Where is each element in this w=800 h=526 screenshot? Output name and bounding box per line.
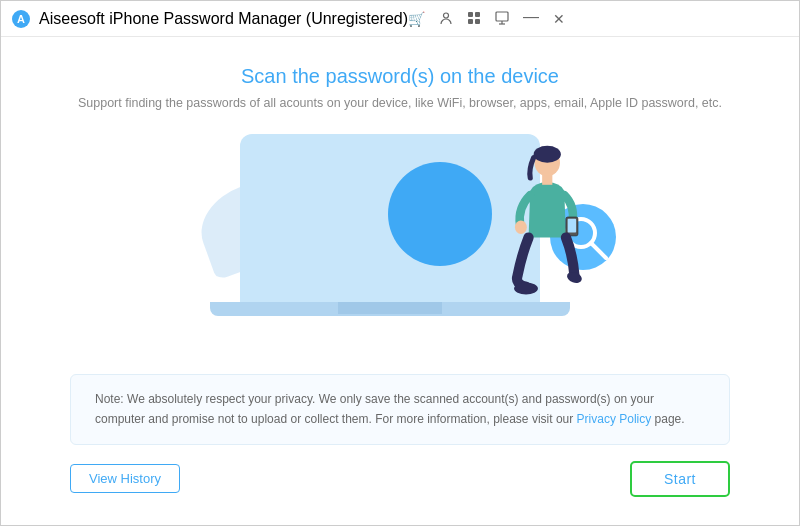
person-illustration bbox=[498, 144, 588, 314]
svg-rect-7 bbox=[496, 12, 508, 21]
svg-text:A: A bbox=[17, 13, 25, 25]
start-button[interactable]: Start bbox=[630, 461, 730, 497]
svg-point-15 bbox=[515, 221, 527, 235]
view-history-button[interactable]: View History bbox=[70, 464, 180, 493]
bottom-bar: View History Start bbox=[70, 461, 730, 507]
illustration bbox=[190, 134, 610, 344]
svg-point-18 bbox=[514, 283, 538, 295]
svg-point-13 bbox=[534, 146, 561, 163]
window-controls: 🛒 — ✕ bbox=[408, 11, 565, 27]
svg-point-2 bbox=[444, 13, 449, 18]
svg-rect-4 bbox=[475, 12, 480, 17]
laptop-screen bbox=[240, 134, 540, 304]
window-title: Aiseesoft iPhone Password Manager (Unreg… bbox=[39, 10, 408, 28]
svg-line-11 bbox=[591, 243, 606, 258]
svg-point-19 bbox=[566, 270, 584, 285]
main-content: Scan the password(s) on the device Suppo… bbox=[1, 37, 799, 526]
svg-rect-5 bbox=[468, 19, 473, 24]
grid-icon[interactable] bbox=[467, 11, 481, 27]
laptop-stand bbox=[338, 302, 442, 314]
svg-rect-6 bbox=[475, 19, 480, 24]
app-icon: A bbox=[11, 9, 31, 29]
svg-rect-14 bbox=[542, 175, 552, 185]
title-bar: A Aiseesoft iPhone Password Manager (Unr… bbox=[1, 1, 799, 37]
note-text-end: page. bbox=[651, 412, 684, 426]
page-subheading: Support finding the passwords of all aco… bbox=[78, 96, 722, 110]
svg-rect-17 bbox=[568, 219, 577, 233]
monitor-icon[interactable] bbox=[495, 11, 509, 27]
svg-rect-3 bbox=[468, 12, 473, 17]
search-circle bbox=[388, 162, 492, 266]
cart-icon[interactable]: 🛒 bbox=[408, 12, 425, 26]
note-section: Note: We absolutely respect your privacy… bbox=[70, 374, 730, 445]
close-icon[interactable]: ✕ bbox=[553, 12, 565, 26]
minimize-icon[interactable]: — bbox=[523, 9, 539, 25]
privacy-policy-link[interactable]: Privacy Policy bbox=[577, 412, 652, 426]
page-heading: Scan the password(s) on the device bbox=[241, 65, 559, 88]
user-icon[interactable] bbox=[439, 11, 453, 27]
note-text: Note: We absolutely respect your privacy… bbox=[95, 392, 654, 426]
